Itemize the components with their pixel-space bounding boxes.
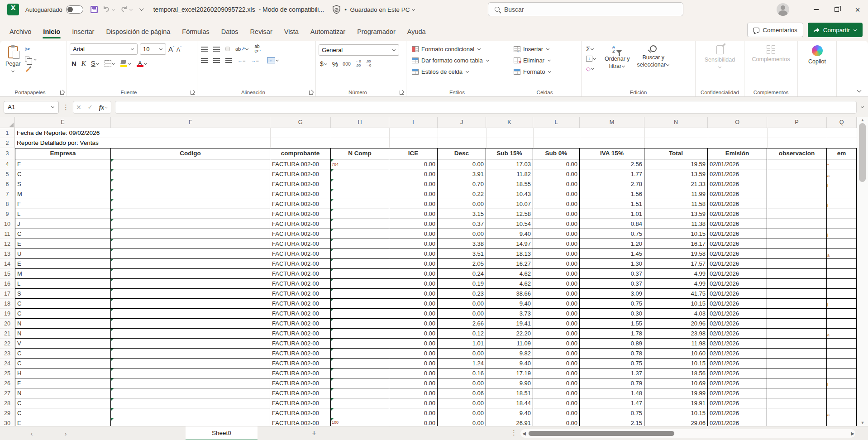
cell-codigo[interactable]	[111, 368, 270, 378]
cell-em[interactable]	[827, 259, 857, 269]
header-cell-observacion[interactable]: observacion	[767, 148, 827, 159]
cell-ncomp[interactable]	[331, 378, 389, 388]
cell-comprobante[interactable]: FACTURA 002-00	[270, 398, 331, 408]
cell-codigo[interactable]	[111, 199, 270, 209]
cell-iva15[interactable]: 1.56	[580, 189, 644, 199]
font-size-select[interactable]: 10	[140, 43, 166, 55]
column-header-O[interactable]: O	[708, 117, 767, 128]
cell-emision[interactable]: 02/01/2026	[708, 339, 767, 349]
cell-comprobante[interactable]: FACTURA 002-00	[270, 199, 331, 209]
cell-ice[interactable]: 0.00	[389, 349, 438, 359]
cell-emision[interactable]: 02/01/2026	[708, 249, 767, 259]
cell-total[interactable]: 4.99	[644, 279, 708, 289]
cell-iva15[interactable]: 3.09	[580, 289, 644, 299]
cell-total[interactable]: 18.56	[644, 368, 708, 378]
cell-observacion[interactable]	[767, 398, 827, 408]
cell-emision[interactable]: 02/01/2026	[708, 169, 767, 179]
cell-sub0[interactable]: 0.00	[533, 209, 580, 219]
cell-ice[interactable]: 0.00	[389, 169, 438, 179]
cell-empresa[interactable]: N	[15, 319, 111, 329]
cell-desc[interactable]: 0.06	[438, 388, 486, 398]
header-cell-n-comp[interactable]: N Comp	[331, 148, 389, 159]
cell-emision[interactable]: 02/01/2026	[708, 209, 767, 219]
number-format-select[interactable]: General	[319, 44, 399, 56]
column-header-I[interactable]: I	[389, 117, 438, 128]
cell-codigo[interactable]	[111, 329, 270, 339]
cell-comprobante[interactable]: FACTURA 002-00	[270, 209, 331, 219]
cell-ice[interactable]: 0.00	[389, 179, 438, 189]
cell-empresa[interactable]: C	[15, 349, 111, 359]
cell-total[interactable]: 13.59	[644, 209, 708, 219]
cell-ice[interactable]: 0.00	[389, 418, 438, 426]
decrease-decimal-button[interactable]: .00→0	[366, 60, 371, 68]
cell-sub15[interactable]: 19.41	[486, 319, 533, 329]
cell-em[interactable]: a	[827, 169, 857, 179]
cell-ncomp[interactable]	[331, 249, 389, 259]
cell-emision[interactable]: 02/01/2026	[708, 239, 767, 249]
row-header[interactable]: 24	[0, 359, 15, 368]
tab-vista[interactable]: Vista	[278, 24, 305, 41]
tabbar-resize-handle[interactable]: ⋮	[510, 429, 517, 437]
cell-em[interactable]: l	[827, 229, 857, 239]
cell-iva15[interactable]: 1.51	[580, 199, 644, 209]
cell-ice[interactable]: 0.00	[389, 309, 438, 319]
cell-sub0[interactable]: 0.00	[533, 299, 580, 309]
tab-formulas[interactable]: Fórmulas	[176, 24, 215, 41]
cell-observacion[interactable]	[767, 209, 827, 219]
cell-emision[interactable]: 02/01/2026	[708, 279, 767, 289]
cell-ice[interactable]: 0.00	[389, 339, 438, 349]
cell-ncomp[interactable]	[331, 388, 389, 398]
cell-emision[interactable]: 02/01/2026	[708, 179, 767, 189]
cell-empresa[interactable]: S	[15, 289, 111, 299]
cell-empresa[interactable]: L	[15, 209, 111, 219]
cell-observacion[interactable]	[767, 159, 827, 169]
align-center-icon[interactable]	[213, 58, 220, 63]
cell-comprobante[interactable]: FACTURA 002-00	[270, 339, 331, 349]
cell-codigo[interactable]	[111, 239, 270, 249]
cell-empresa[interactable]: U	[15, 249, 111, 259]
merge-center-button[interactable]: ↔	[267, 57, 279, 63]
cell-iva15[interactable]: 2.56	[580, 159, 644, 169]
cell-ice[interactable]: 0.00	[389, 229, 438, 239]
cell-observacion[interactable]	[767, 249, 827, 259]
cell-observacion[interactable]	[767, 339, 827, 349]
cell-em[interactable]	[827, 289, 857, 299]
cell-ncomp[interactable]	[331, 299, 389, 309]
align-left-icon[interactable]	[201, 58, 208, 63]
increase-font-icon[interactable]: Aˆ	[168, 45, 174, 53]
column-header-G[interactable]: G	[270, 117, 331, 128]
cell-codigo[interactable]	[111, 378, 270, 388]
cell-comprobante[interactable]: FACTURA 002-00	[270, 179, 331, 189]
cell-total[interactable]: 10.69	[644, 378, 708, 388]
cell-ice[interactable]: 0.00	[389, 269, 438, 279]
cell-comprobante[interactable]: FACTURA 002-00	[270, 319, 331, 329]
cell-empresa[interactable]: H	[15, 368, 111, 378]
cell-sub0[interactable]: 0.00	[533, 269, 580, 279]
redo-button[interactable]	[120, 6, 133, 13]
cell-observacion[interactable]	[767, 349, 827, 359]
copilot-button[interactable]: Copilot	[801, 43, 834, 67]
restore-button[interactable]	[826, 0, 847, 19]
tab-programador[interactable]: Programador	[351, 24, 401, 41]
header-cell-sub-15%[interactable]: Sub 15%	[486, 148, 533, 159]
format-as-table-button[interactable]: Dar formato como tabla	[412, 55, 505, 66]
cell-ncomp[interactable]	[331, 179, 389, 189]
cell-iva15[interactable]: 1.20	[580, 239, 644, 249]
comma-style-button[interactable]: 000	[343, 62, 351, 67]
prev-sheet-button[interactable]: ‹	[25, 430, 38, 437]
cell-em[interactable]	[827, 339, 857, 349]
cell-desc[interactable]: 3.91	[438, 169, 486, 179]
cell-total[interactable]: 10.15	[644, 359, 708, 368]
close-button[interactable]: ×	[847, 0, 868, 19]
cell-ncomp[interactable]	[331, 398, 389, 408]
cell-total[interactable]: 13.59	[644, 169, 708, 179]
quick-access-chevron-icon[interactable]	[139, 6, 144, 11]
cell-iva15[interactable]: 0.30	[580, 309, 644, 319]
cell-desc[interactable]: 0.00	[438, 309, 486, 319]
column-header-M[interactable]: M	[580, 117, 644, 128]
cell-total[interactable]: 11.98	[644, 339, 708, 349]
tab-insertar[interactable]: Insertar	[66, 24, 100, 41]
cell-ice[interactable]: 0.00	[389, 299, 438, 309]
cell-total[interactable]: 17.57	[644, 259, 708, 269]
cell-total[interactable]: 23.98	[644, 329, 708, 339]
